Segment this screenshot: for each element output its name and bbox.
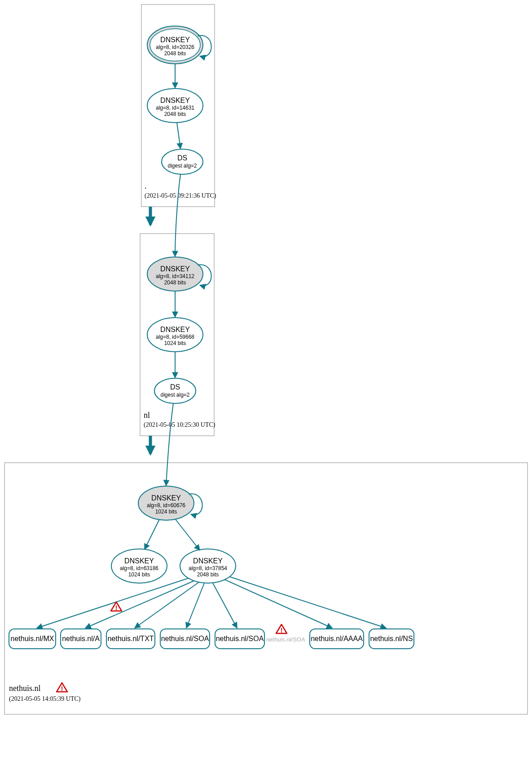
node-root-ds: DS digest alg=2	[162, 149, 203, 174]
edge-zsk2-mx	[37, 578, 189, 628]
rrset-txt: nethuis.nl/TXT	[106, 629, 155, 649]
edge-rootzsk-rootds	[177, 123, 180, 149]
zone-root-ts: (2021-05-05 09:21:36 UTC)	[145, 192, 216, 199]
nl-ksk-sub1: alg=8, id=34112	[156, 273, 194, 279]
nl-ds-title: DS	[170, 383, 180, 391]
neth-ksk-title: DNSKEY	[151, 494, 181, 502]
neth-zsk2-sub2: 2048 bits	[197, 571, 219, 578]
neth-ksk-sub1: alg=8, id=60676	[147, 502, 185, 509]
svg-text:nethuis.nl/SOA: nethuis.nl/SOA	[266, 636, 305, 643]
rrset-soa-1: nethuis.nl/SOA	[160, 629, 210, 649]
dnssec-graph: DNSKEY alg=8, id=20326 2048 bits DNSKEY …	[0, 0, 532, 761]
svg-text:nethuis.nl/MX: nethuis.nl/MX	[11, 635, 54, 642]
zone-nl-ts: (2021-05-05 10:25:30 UTC)	[144, 421, 215, 429]
edge-zsk2-aaaa	[224, 580, 332, 628]
root-zsk-title: DNSKEY	[160, 97, 190, 104]
rrset-a: nethuis.nl/A	[61, 629, 101, 649]
edge-rootds-nlksk	[175, 174, 180, 257]
root-zsk-sub2: 2048 bits	[164, 111, 186, 117]
warning-icon-rrset-soa3: !	[276, 624, 287, 634]
root-ds-sub1: digest alg=2	[167, 163, 197, 169]
node-nl-ds: DS digest alg=2	[154, 378, 196, 403]
rrset-aaaa: nethuis.nl/AAAA	[310, 629, 364, 649]
warning-icon-zone-nethuis: !	[57, 683, 67, 692]
node-neth-ksk: DNSKEY alg=8, id=60676 1024 bits	[138, 486, 194, 520]
edge-zsk2-soa2	[213, 583, 237, 628]
node-nl-zsk: DNSKEY alg=8, id=59668 1024 bits	[147, 318, 203, 352]
neth-zsk1-sub1: alg=8, id=63186	[120, 565, 158, 571]
zone-nl-label: nl	[144, 411, 150, 420]
rrset-ns: nethuis.nl/NS	[369, 629, 414, 649]
zone-nethuis-ts: (2021-05-05 14:05:39 UTC)	[9, 695, 81, 703]
zone-root-label: .	[145, 181, 147, 190]
edge-nethksk-zsk2	[175, 519, 200, 550]
neth-zsk1-title: DNSKEY	[124, 557, 154, 565]
root-ksk-sub1: alg=8, id=20326	[156, 44, 194, 50]
svg-text:!: !	[61, 685, 63, 692]
rrset-soa-3-faded: nethuis.nl/SOA	[266, 636, 305, 643]
node-nl-ksk: DNSKEY alg=8, id=34112 2048 bits	[147, 257, 203, 291]
zone-nethuis-label: nethuis.nl	[9, 684, 41, 693]
nl-zsk-sub2: 1024 bits	[164, 340, 186, 346]
node-root-ksk: DNSKEY alg=8, id=20326 2048 bits	[147, 26, 203, 64]
nl-zsk-title: DNSKEY	[160, 326, 190, 333]
root-ksk-sub2: 2048 bits	[164, 50, 186, 57]
edge-nlds-nethksk	[166, 403, 173, 486]
svg-text:nethuis.nl/NS: nethuis.nl/NS	[370, 635, 413, 642]
node-root-zsk: DNSKEY alg=8, id=14631 2048 bits	[147, 88, 203, 123]
svg-text:nethuis.nl/SOA: nethuis.nl/SOA	[161, 635, 209, 642]
rrset-soa-2: nethuis.nl/SOA	[215, 629, 264, 649]
neth-zsk1-sub2: 1024 bits	[128, 571, 150, 578]
svg-text:!: !	[115, 604, 118, 611]
nl-ksk-title: DNSKEY	[160, 265, 190, 273]
svg-text:nethuis.nl/TXT: nethuis.nl/TXT	[107, 635, 154, 642]
edge-zsk2-ns	[230, 577, 386, 628]
node-neth-zsk1: DNSKEY alg=8, id=63186 1024 bits	[111, 549, 167, 583]
svg-text:nethuis.nl/A: nethuis.nl/A	[62, 635, 100, 642]
svg-text:nethuis.nl/SOA: nethuis.nl/SOA	[216, 635, 264, 642]
root-ksk-title: DNSKEY	[160, 36, 190, 44]
neth-zsk2-sub1: alg=8, id=37854	[189, 565, 227, 571]
edge-zsk2-soa1	[186, 583, 204, 628]
nl-zsk-sub1: alg=8, id=59668	[156, 334, 194, 340]
edge-nethksk-zsk1	[145, 519, 159, 549]
edge-zsk2-a	[85, 581, 194, 628]
svg-text:nethuis.nl/AAAA: nethuis.nl/AAAA	[311, 635, 363, 642]
nl-ksk-sub2: 2048 bits	[164, 279, 186, 286]
rrset-mx: nethuis.nl/MX	[9, 629, 56, 649]
neth-zsk2-title: DNSKEY	[193, 557, 223, 565]
neth-ksk-sub2: 1024 bits	[155, 509, 177, 515]
svg-text:!: !	[281, 627, 283, 634]
root-zsk-sub1: alg=8, id=14631	[156, 105, 194, 111]
nl-ds-sub1: digest alg=2	[160, 392, 189, 398]
root-ds-title: DS	[177, 154, 187, 162]
